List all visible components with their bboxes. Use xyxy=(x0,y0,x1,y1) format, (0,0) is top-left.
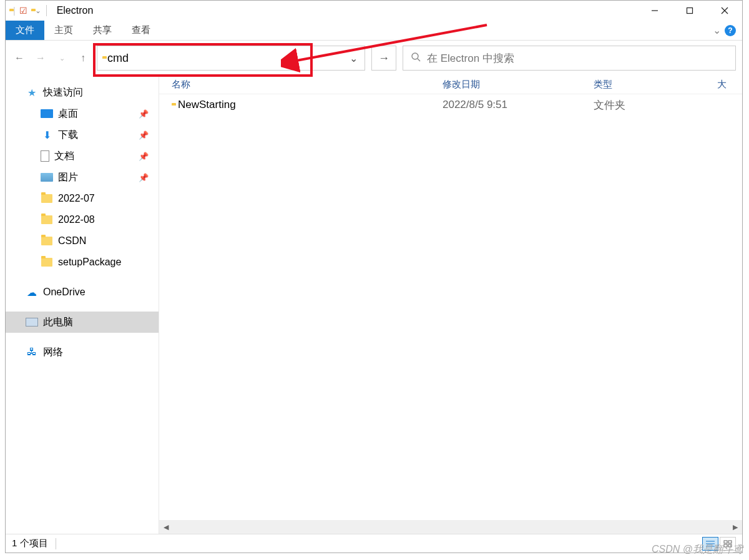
sidebar-label: OneDrive xyxy=(43,287,86,298)
sidebar-label: 快速访问 xyxy=(43,86,83,99)
back-button[interactable]: ← xyxy=(12,51,27,66)
refresh-button[interactable]: → xyxy=(371,46,396,71)
scroll-left-icon[interactable]: ◀ xyxy=(159,520,173,534)
address-input[interactable] xyxy=(107,52,342,65)
column-size[interactable]: 大 xyxy=(717,79,742,91)
sidebar-item-label: 下载 xyxy=(58,129,78,142)
main-pane: 名称 修改日期 类型 大 NewStarting 2022/8/5 9:51 文… xyxy=(159,76,742,534)
window-title: Electron xyxy=(57,5,94,16)
picture-icon xyxy=(41,173,53,182)
star-icon: ★ xyxy=(26,86,38,99)
sidebar-onedrive[interactable]: ☁ OneDrive xyxy=(6,282,159,303)
tab-view[interactable]: 查看 xyxy=(122,21,160,40)
sidebar-item-label: 图片 xyxy=(58,171,78,184)
nav-row: ← → ⌄ ↑ ⌄ → 在 Electron 中搜索 xyxy=(6,41,742,76)
sidebar-item-label: 桌面 xyxy=(58,107,78,120)
tab-file[interactable]: 文件 xyxy=(6,21,44,40)
file-list[interactable]: NewStarting 2022/8/5 9:51 文件夹 xyxy=(159,94,742,520)
tab-home[interactable]: 主页 xyxy=(44,21,83,40)
sidebar-item-label: 2022-08 xyxy=(58,214,95,225)
up-button[interactable]: ↑ xyxy=(76,51,91,66)
search-placeholder: 在 Electron 中搜索 xyxy=(427,51,514,66)
sidebar-item-label: setupPackage xyxy=(58,257,121,268)
svg-rect-1 xyxy=(687,8,693,14)
sidebar-item-downloads[interactable]: ⬇ 下载 📌 xyxy=(6,124,159,145)
sidebar-this-pc[interactable]: 此电脑 xyxy=(6,312,159,333)
status-count: 1 个项目 xyxy=(12,538,48,549)
forward-button[interactable]: → xyxy=(33,51,48,66)
download-icon: ⬇ xyxy=(41,129,53,141)
qat-chevron-icon[interactable]: ⌄ xyxy=(35,6,41,15)
sidebar-network[interactable]: 🖧 网络 xyxy=(6,341,159,363)
sidebar-item-pictures[interactable]: 图片 📌 xyxy=(6,167,159,188)
sidebar-label: 此电脑 xyxy=(43,316,73,329)
titlebar: | ☑ ⌄ Electron xyxy=(6,1,742,21)
scroll-right-icon[interactable]: ▶ xyxy=(728,520,742,534)
close-button[interactable] xyxy=(707,1,742,21)
sidebar-item-label: CSDN xyxy=(58,235,86,247)
svg-rect-9 xyxy=(724,541,727,543)
search-box[interactable]: 在 Electron 中搜索 xyxy=(403,46,736,71)
network-icon: 🖧 xyxy=(26,346,38,358)
folder-icon xyxy=(41,192,53,205)
horizontal-scrollbar[interactable]: ◀ ▶ xyxy=(159,520,742,534)
document-icon xyxy=(41,150,49,162)
pin-icon: 📌 xyxy=(139,109,149,119)
desktop-icon xyxy=(41,109,53,118)
watermark: CSDN @我是翻斗鸢 xyxy=(652,543,743,556)
nav-sidebar: ★ 快速访问 桌面 📌 ⬇ 下载 📌 文档 📌 图片 📌 xyxy=(6,76,159,534)
sidebar-quick-access[interactable]: ★ 快速访问 xyxy=(6,82,159,103)
sidebar-item-desktop[interactable]: 桌面 📌 xyxy=(6,103,159,124)
body: ★ 快速访问 桌面 📌 ⬇ 下载 📌 文档 📌 图片 📌 xyxy=(6,76,742,534)
maximize-button[interactable] xyxy=(672,1,707,21)
divider xyxy=(56,538,56,549)
folder-icon xyxy=(41,256,53,268)
svg-point-4 xyxy=(412,53,418,59)
file-name: NewStarting xyxy=(178,99,236,111)
sidebar-item-folder[interactable]: 2022-08 xyxy=(6,209,159,230)
checkbox-icon[interactable]: ☑ xyxy=(19,6,27,16)
column-date[interactable]: 修改日期 xyxy=(443,79,594,91)
explorer-window: | ☑ ⌄ Electron 文件 主页 共享 查看 ⌄ ? ← → ⌄ ↑ xyxy=(5,0,743,553)
sidebar-item-documents[interactable]: 文档 📌 xyxy=(6,145,159,167)
minimize-button[interactable] xyxy=(637,1,672,21)
status-bar: 1 个项目 xyxy=(6,534,742,553)
computer-icon xyxy=(26,318,38,327)
svg-line-5 xyxy=(418,59,420,61)
column-name[interactable]: 名称 xyxy=(172,79,443,91)
column-headers: 名称 修改日期 类型 大 xyxy=(159,76,742,94)
sidebar-item-folder[interactable]: CSDN xyxy=(6,230,159,252)
divider xyxy=(46,5,47,16)
help-icon[interactable]: ? xyxy=(725,25,736,36)
sidebar-item-label: 文档 xyxy=(54,150,74,163)
folder-icon xyxy=(41,235,53,247)
window-controls xyxy=(637,1,742,21)
sidebar-item-folder[interactable]: setupPackage xyxy=(6,252,159,273)
nav-arrows: ← → ⌄ ↑ xyxy=(12,51,91,66)
quick-access-toolbar: | ☑ ⌄ xyxy=(9,6,41,16)
cloud-icon: ☁ xyxy=(26,286,38,298)
file-date: 2022/8/5 9:51 xyxy=(443,99,594,111)
svg-rect-10 xyxy=(728,541,732,543)
search-icon xyxy=(411,52,421,65)
address-bar[interactable]: ⌄ xyxy=(97,46,365,71)
sidebar-item-label: 2022-07 xyxy=(58,193,95,204)
sidebar-label: 网络 xyxy=(43,346,63,359)
tab-share[interactable]: 共享 xyxy=(83,21,122,40)
ribbon-expand-icon[interactable]: ⌄ xyxy=(713,24,721,36)
ribbon-tabs: 文件 主页 共享 查看 ⌄ ? xyxy=(6,21,742,41)
column-type[interactable]: 类型 xyxy=(594,79,717,91)
pin-icon: 📌 xyxy=(139,152,149,161)
file-row[interactable]: NewStarting 2022/8/5 9:51 文件夹 xyxy=(159,94,742,115)
folder-icon xyxy=(41,214,53,226)
sidebar-item-folder[interactable]: 2022-07 xyxy=(6,188,159,209)
file-type: 文件夹 xyxy=(594,98,742,112)
recent-dropdown-icon[interactable]: ⌄ xyxy=(54,51,69,66)
pin-icon: 📌 xyxy=(139,130,149,140)
scroll-track[interactable] xyxy=(173,520,728,534)
address-history-icon[interactable]: ⌄ xyxy=(347,52,360,64)
pin-icon: 📌 xyxy=(139,173,149,182)
